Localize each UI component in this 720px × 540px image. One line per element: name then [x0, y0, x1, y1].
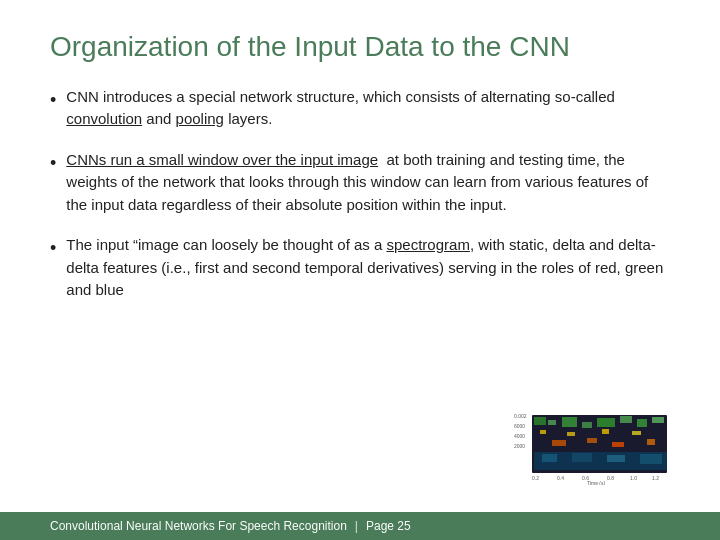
svg-rect-17: [552, 440, 566, 446]
pooling-link: pooling: [176, 110, 224, 127]
svg-rect-12: [652, 417, 664, 423]
svg-text:Time (s): Time (s): [587, 480, 605, 485]
svg-rect-24: [607, 455, 625, 462]
svg-rect-15: [602, 429, 609, 434]
svg-rect-9: [597, 418, 615, 427]
svg-rect-7: [562, 417, 577, 427]
bullet-1: • CNN introduces a special network struc…: [50, 86, 670, 131]
footer-right: Page 25: [366, 519, 411, 533]
svg-rect-8: [582, 422, 592, 428]
svg-text:0.4: 0.4: [557, 475, 564, 481]
bullet-dot-2: •: [50, 150, 56, 177]
svg-rect-25: [640, 454, 662, 464]
svg-rect-16: [632, 431, 641, 435]
bullet-text-1: CNN introduces a special network structu…: [66, 86, 670, 131]
bullet-dot-3: •: [50, 235, 56, 262]
svg-text:4000: 4000: [514, 433, 525, 439]
bullet-text-2: CNNs run a small window over the input i…: [66, 149, 670, 217]
svg-rect-6: [548, 420, 556, 425]
svg-rect-18: [587, 438, 597, 443]
bullet-text-3: The input “image can loosely be thought …: [66, 234, 670, 302]
window-phrase: CNNs run a small window over the input i…: [66, 151, 378, 168]
svg-rect-23: [572, 453, 592, 462]
svg-rect-14: [567, 432, 575, 436]
slide: Organization of the Input Data to the CN…: [0, 0, 720, 540]
svg-rect-20: [647, 439, 655, 445]
bullet-2: • CNNs run a small window over the input…: [50, 149, 670, 217]
slide-title: Organization of the Input Data to the CN…: [50, 30, 670, 64]
svg-text:1.0: 1.0: [630, 475, 637, 481]
footer-left: Convolutional Neural Networks For Speech…: [50, 519, 347, 533]
svg-text:0.002: 0.002: [514, 413, 527, 419]
svg-rect-22: [542, 454, 557, 462]
svg-text:2000: 2000: [514, 443, 525, 449]
svg-rect-5: [534, 417, 546, 425]
bullet-dot-1: •: [50, 87, 56, 114]
convolution-link: convolution: [66, 110, 142, 127]
spectrogram-image: 0.002 6000 4000 2000: [512, 410, 672, 485]
svg-rect-11: [637, 419, 647, 427]
spectrogram-link: spectrogram: [387, 236, 470, 253]
svg-rect-13: [540, 430, 546, 434]
svg-rect-10: [620, 416, 632, 423]
bullet-3: • The input “image can loosely be though…: [50, 234, 670, 302]
svg-text:6000: 6000: [514, 423, 525, 429]
spectrogram-svg: 0.002 6000 4000 2000: [512, 410, 672, 485]
svg-text:1.2: 1.2: [652, 475, 659, 481]
svg-rect-19: [612, 442, 624, 447]
slide-footer: Convolutional Neural Networks For Speech…: [0, 512, 720, 540]
svg-text:0.2: 0.2: [532, 475, 539, 481]
footer-separator: |: [355, 519, 358, 533]
svg-text:0.8: 0.8: [607, 475, 614, 481]
